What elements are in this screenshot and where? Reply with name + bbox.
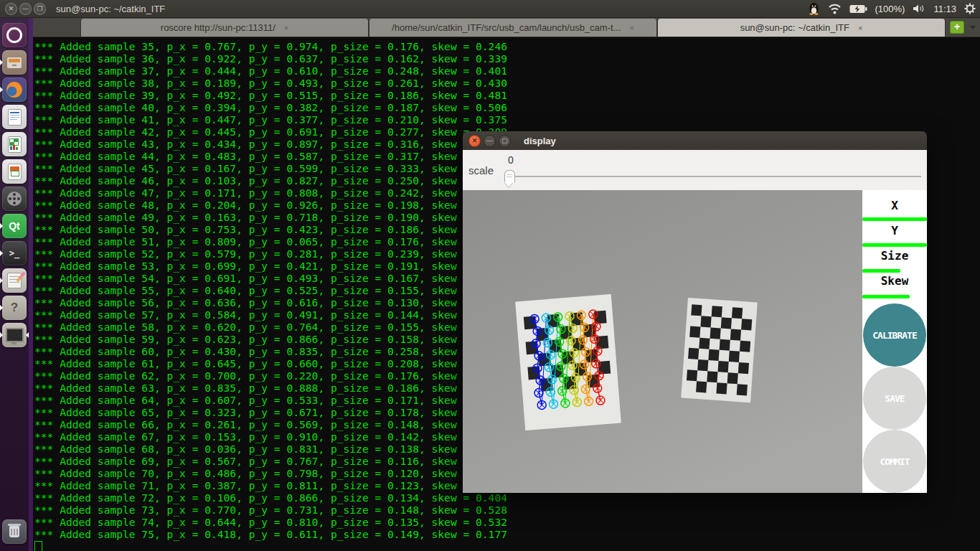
launcher-item-writer[interactable] bbox=[2, 105, 27, 129]
terminal-icon: >_ bbox=[2, 241, 27, 265]
tab-list-caret-icon[interactable] bbox=[970, 26, 976, 29]
battery-icon[interactable] bbox=[849, 4, 867, 14]
scale-value: 0 bbox=[508, 154, 514, 166]
display-window-title: display bbox=[524, 136, 556, 146]
terminal-line: *** Added sample 74, p_x = 0.644, p_y = … bbox=[34, 516, 980, 528]
maximize-icon[interactable]: ▢ bbox=[499, 135, 511, 147]
launcher-item-terminal[interactable]: >_ bbox=[2, 241, 27, 265]
firefox-icon bbox=[2, 77, 27, 102]
trash-icon bbox=[2, 519, 27, 544]
calibration-panel: XYSizeSkewCALIBRATESAVECOMMIT bbox=[862, 190, 927, 493]
calibrate-button[interactable]: CALIBRATE bbox=[863, 303, 926, 367]
tux-icon[interactable] bbox=[808, 2, 820, 15]
minimize-icon[interactable]: — bbox=[19, 3, 32, 15]
camera-image bbox=[463, 190, 862, 493]
minimize-icon[interactable]: — bbox=[484, 135, 496, 147]
progress-bar-skew bbox=[862, 295, 910, 298]
terminal-tab-0[interactable]: roscore http://sun-pc:11311/× bbox=[80, 19, 369, 37]
display-content: XYSizeSkewCALIBRATESAVECOMMIT bbox=[463, 190, 927, 493]
terminal-line: *** Added sample 41, p_x = 0.447, p_y = … bbox=[34, 113, 980, 126]
system-tray: (100%) 11:13 bbox=[808, 0, 976, 17]
progress-bar-x bbox=[862, 217, 927, 221]
launcher-item-files[interactable] bbox=[2, 50, 27, 75]
terminal-tabbar: roscore http://sun-pc:11311/×/home/sun/c… bbox=[33, 18, 980, 37]
terminal-line: *** Added sample 37, p_x = 0.444, p_y = … bbox=[34, 65, 980, 77]
camera-feed bbox=[463, 190, 862, 493]
progress-label-size: Size bbox=[862, 249, 927, 263]
running-indicator-icon bbox=[0, 332, 3, 338]
scale-slider-handle[interactable] bbox=[504, 170, 515, 183]
running-indicator-icon bbox=[0, 87, 3, 93]
dash-icon bbox=[2, 23, 27, 47]
tab-close-icon[interactable]: × bbox=[629, 24, 633, 32]
launcher-item-help[interactable]: ? bbox=[2, 296, 27, 320]
checkerboard-right bbox=[681, 298, 758, 402]
maximize-icon[interactable]: ❐ bbox=[34, 3, 46, 15]
calc-icon bbox=[2, 132, 27, 156]
tab-close-icon[interactable]: × bbox=[858, 24, 862, 32]
display-window: ✕ — ▢ display scale 0 XYSizeSkewCALIBRAT… bbox=[463, 131, 927, 493]
scale-row: scale 0 bbox=[463, 150, 927, 190]
files-icon bbox=[2, 50, 27, 75]
terminal-tab-1[interactable]: /home/sun/catkin_ITF/src/usb_cam/launch/… bbox=[369, 19, 657, 37]
terminal-line: *** Added sample 38, p_x = 0.189, p_y = … bbox=[34, 77, 980, 89]
running-indicator-icon bbox=[0, 305, 3, 311]
clock[interactable]: 11:13 bbox=[933, 4, 956, 14]
scale-label: scale bbox=[468, 164, 494, 176]
qt-creator-icon: Qt bbox=[2, 214, 27, 238]
tabbar-spacer bbox=[33, 18, 80, 37]
wifi-icon[interactable] bbox=[828, 4, 842, 14]
tab-label: roscore http://sun-pc:11311/ bbox=[161, 22, 275, 33]
window-controls: ✕ — ❐ bbox=[5, 3, 46, 15]
displays-icon bbox=[2, 323, 27, 347]
progress-bar-size bbox=[862, 269, 900, 273]
progress-label-y: Y bbox=[862, 224, 927, 237]
checkerboard-left bbox=[515, 294, 621, 430]
terminal-tab-2[interactable]: sun@sun-pc: ~/catkin_ITF× bbox=[657, 19, 946, 37]
tab-label: sun@sun-pc: ~/catkin_ITF bbox=[740, 22, 849, 33]
running-indicator-icon bbox=[0, 60, 3, 65]
tab-close-icon[interactable]: × bbox=[284, 24, 288, 32]
session-gear-icon[interactable] bbox=[964, 3, 976, 14]
media-player-icon bbox=[2, 187, 27, 211]
gedit-icon bbox=[2, 268, 27, 293]
launcher-item-dash[interactable] bbox=[2, 23, 27, 47]
terminal-line: *** Added sample 72, p_x = 0.106, p_y = … bbox=[34, 491, 980, 504]
volume-icon[interactable] bbox=[913, 4, 925, 14]
launcher-item-impress[interactable] bbox=[2, 159, 27, 184]
commit-button[interactable]: COMMIT bbox=[863, 430, 926, 493]
top-panel: ✕ — ❐ sun@sun-pc: ~/catkin_ITF (100%) 11… bbox=[0, 0, 980, 18]
unity-launcher: Qt>_? bbox=[0, 18, 29, 551]
launcher-item-calc[interactable] bbox=[2, 132, 27, 156]
close-icon[interactable]: ✕ bbox=[468, 135, 481, 147]
terminal-line: *** Added sample 35, p_x = 0.767, p_y = … bbox=[34, 40, 980, 52]
terminal-line: *** Added sample 73, p_x = 0.770, p_y = … bbox=[34, 504, 980, 516]
launcher-item-gedit[interactable] bbox=[2, 268, 27, 293]
launcher-item-trash[interactable] bbox=[2, 519, 27, 544]
running-indicator-icon bbox=[0, 250, 3, 256]
launcher-item-displays[interactable] bbox=[2, 323, 27, 347]
progress-bar-y bbox=[862, 243, 927, 247]
scale-slider-track[interactable] bbox=[507, 176, 921, 177]
focused-indicator-icon bbox=[26, 332, 29, 338]
help-icon: ? bbox=[2, 296, 27, 320]
new-tab-button[interactable]: + bbox=[950, 21, 964, 34]
terminal-line: *** Added sample 40, p_x = 0.394, p_y = … bbox=[34, 101, 980, 113]
launcher-item-qt-creator[interactable]: Qt bbox=[2, 214, 27, 238]
running-indicator-icon bbox=[0, 278, 3, 283]
launcher-item-media-player[interactable] bbox=[2, 187, 27, 211]
active-window-title: sun@sun-pc: ~/catkin_ITF bbox=[56, 4, 165, 14]
writer-icon bbox=[2, 105, 27, 129]
terminal-cursor bbox=[34, 541, 42, 551]
battery-percent-label: (100%) bbox=[875, 4, 905, 14]
display-titlebar[interactable]: ✕ — ▢ display bbox=[463, 131, 927, 150]
terminal-line: *** Added sample 75, p_x = 0.418, p_y = … bbox=[34, 528, 980, 540]
terminal-line: *** Added sample 39, p_x = 0.492, p_y = … bbox=[34, 89, 980, 101]
launcher-item-firefox[interactable] bbox=[2, 77, 27, 102]
progress-label-skew: Skew bbox=[862, 274, 927, 288]
running-indicator-icon bbox=[0, 223, 3, 229]
save-button[interactable]: SAVE bbox=[863, 367, 926, 430]
tab-label: /home/sun/catkin_ITF/src/usb_cam/launch/… bbox=[392, 22, 621, 33]
close-icon[interactable]: ✕ bbox=[5, 3, 17, 15]
terminal-line: *** Added sample 36, p_x = 0.922, p_y = … bbox=[34, 52, 980, 65]
